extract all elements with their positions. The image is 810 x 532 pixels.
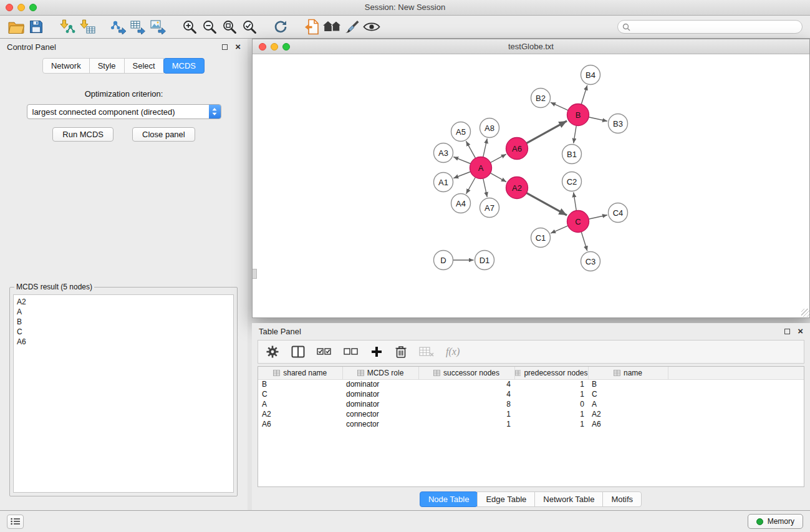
- column-header-mcds-role[interactable]: MCDS role: [342, 367, 418, 379]
- network-node-A8[interactable]: A8: [480, 118, 499, 138]
- tab-select[interactable]: Select: [124, 58, 164, 74]
- table-cell[interactable]: A6: [588, 419, 668, 429]
- table-cell[interactable]: C: [258, 389, 342, 399]
- open-document-button[interactable]: [302, 17, 322, 36]
- deselect-all-columns-button[interactable]: [344, 347, 359, 357]
- import-network-from-file-button[interactable]: [57, 17, 77, 36]
- network-edge-A-A1[interactable]: [453, 172, 470, 178]
- network-node-C4[interactable]: C4: [609, 203, 628, 223]
- mcds-result-item[interactable]: C: [17, 327, 230, 337]
- network-edge-A-A6[interactable]: [490, 154, 506, 163]
- network-node-B3[interactable]: B3: [609, 114, 628, 133]
- table-cell[interactable]: 1: [514, 379, 588, 389]
- canvas-drawer-handle[interactable]: [253, 269, 257, 279]
- close-panel-icon[interactable]: ×: [235, 44, 241, 50]
- zoom-fit-content-button[interactable]: [219, 17, 239, 36]
- column-header-predecessor-nodes[interactable]: predecessor nodes: [514, 367, 588, 379]
- zoom-out-button[interactable]: [200, 17, 219, 36]
- function-builder-button[interactable]: f(x): [446, 346, 460, 357]
- mcds-result-item[interactable]: A2: [17, 297, 230, 307]
- table-row[interactable]: Adominator80A: [258, 399, 804, 409]
- network-node-C[interactable]: C: [567, 211, 589, 233]
- table-cell[interactable]: C: [588, 389, 668, 399]
- network-window-titlebar[interactable]: testGlobe.txt: [253, 39, 809, 54]
- network-edge-A-A7[interactable]: [483, 178, 488, 197]
- table-row[interactable]: Bdominator41B: [258, 379, 804, 389]
- network-node-A3[interactable]: A3: [434, 143, 453, 163]
- export-image-button[interactable]: [148, 17, 168, 36]
- add-column-button[interactable]: [370, 346, 383, 358]
- table-cell[interactable]: 1: [418, 419, 514, 429]
- table-cell[interactable]: connector: [342, 409, 418, 419]
- network-edge-C-C3[interactable]: [581, 232, 587, 251]
- network-canvas[interactable]: B4B2BB3A8A5A6A3B1AC2A1A2A4A7C4CC1C3DD1: [253, 54, 809, 317]
- export-table-button[interactable]: [128, 17, 148, 36]
- column-header-successor-nodes[interactable]: successor nodes: [418, 367, 514, 379]
- window-resize-grip[interactable]: [801, 309, 809, 317]
- tab-network-table[interactable]: Network Table: [534, 491, 603, 507]
- network-node-A5[interactable]: A5: [451, 122, 471, 142]
- export-network-button[interactable]: [108, 17, 128, 36]
- column-header-shared-name[interactable]: shared name: [258, 367, 342, 379]
- network-node-D[interactable]: D: [434, 251, 453, 270]
- table-row[interactable]: A2connector11A2: [258, 409, 804, 419]
- home-button[interactable]: [322, 17, 342, 36]
- select-all-columns-button[interactable]: [317, 347, 332, 357]
- task-list-button[interactable]: [7, 515, 24, 529]
- network-node-C3[interactable]: C3: [581, 252, 600, 271]
- show-columns-button[interactable]: [291, 346, 305, 358]
- network-node-A7[interactable]: A7: [480, 198, 499, 218]
- table-cell[interactable]: 4: [418, 389, 514, 399]
- network-node-B[interactable]: B: [567, 104, 589, 126]
- network-node-D1[interactable]: D1: [475, 251, 494, 270]
- zoom-selected-region-button[interactable]: [239, 17, 259, 36]
- table-cell[interactable]: 1: [418, 409, 514, 419]
- network-node-C2[interactable]: C2: [562, 172, 582, 191]
- delete-columns-button[interactable]: [395, 345, 407, 359]
- table-cell[interactable]: 1: [514, 389, 588, 399]
- network-minimize-button[interactable]: [271, 43, 278, 51]
- network-edge-B-B1[interactable]: [574, 125, 577, 143]
- network-edge-B-B3[interactable]: [589, 117, 607, 122]
- network-edge-A-A5[interactable]: [466, 141, 475, 158]
- float-table-panel-icon[interactable]: [784, 329, 790, 334]
- table-cell[interactable]: A: [258, 399, 342, 409]
- open-session-button[interactable]: [6, 17, 26, 36]
- mcds-result-list[interactable]: A2ABCA6: [13, 294, 234, 493]
- table-settings-button[interactable]: [266, 345, 279, 359]
- table-row[interactable]: Cdominator41C: [258, 389, 804, 399]
- zoom-window-button[interactable]: [29, 4, 37, 11]
- network-edge-A6-B[interactable]: [526, 121, 567, 143]
- table-cell[interactable]: 0: [514, 399, 588, 409]
- table-cell[interactable]: dominator: [342, 389, 418, 399]
- close-panel-button[interactable]: Close panel: [132, 127, 195, 142]
- network-node-A2[interactable]: A2: [506, 177, 528, 199]
- table-cell[interactable]: dominator: [342, 379, 418, 389]
- network-edge-A-A2[interactable]: [490, 173, 506, 181]
- table-cell[interactable]: 1: [514, 419, 588, 429]
- table-cell[interactable]: B: [588, 379, 668, 389]
- table-cell[interactable]: A2: [258, 409, 342, 419]
- mcds-result-item[interactable]: A: [17, 307, 230, 317]
- network-edge-C-C4[interactable]: [589, 215, 607, 220]
- network-graph[interactable]: B4B2BB3A8A5A6A3B1AC2A1A2A4A7C4CC1C3DD1: [253, 54, 809, 317]
- network-node-C1[interactable]: C1: [531, 228, 551, 248]
- network-edge-C-C1[interactable]: [551, 226, 568, 233]
- close-table-panel-icon[interactable]: ×: [798, 328, 803, 334]
- style-brush-button[interactable]: [342, 17, 362, 36]
- network-close-button[interactable]: [259, 43, 266, 51]
- column-header-name[interactable]: name: [588, 367, 668, 379]
- network-edge-A2-C[interactable]: [526, 193, 567, 215]
- table-cell[interactable]: 4: [418, 379, 514, 389]
- search-input[interactable]: [617, 20, 803, 34]
- network-edge-B-B2[interactable]: [551, 102, 568, 110]
- network-node-B1[interactable]: B1: [562, 145, 582, 164]
- network-edge-B-B4[interactable]: [581, 85, 587, 105]
- criterion-select[interactable]: largest connected component (directed): [27, 104, 221, 119]
- tab-motifs[interactable]: Motifs: [602, 491, 642, 507]
- table-cell[interactable]: B: [258, 379, 342, 389]
- network-edge-C-C2[interactable]: [574, 192, 577, 210]
- network-node-A[interactable]: A: [470, 157, 492, 179]
- tab-network[interactable]: Network: [42, 58, 90, 74]
- network-edge-A-A3[interactable]: [453, 157, 471, 163]
